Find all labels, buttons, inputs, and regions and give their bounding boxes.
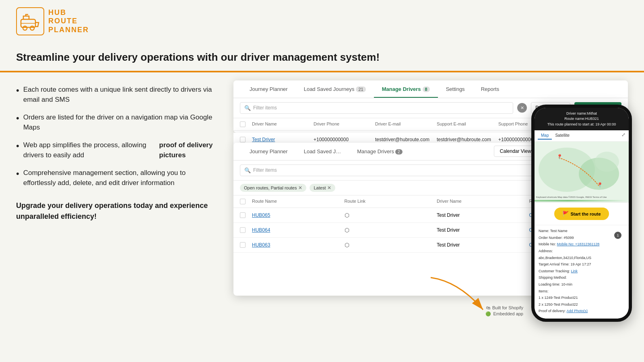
route-name-cell[interactable]: HUB064 bbox=[252, 227, 345, 233]
map-tab-satellite[interactable]: Satellite bbox=[552, 132, 573, 140]
map-visual: 📍 📍 Keyboard shortcuts Map data ©2023 Go… bbox=[535, 142, 629, 202]
filter-placeholder: Filter items bbox=[253, 105, 277, 111]
support-email-cell: testdriver@hubroute.com bbox=[437, 137, 498, 142]
map-tabs: Map Satellite ⤢ bbox=[535, 130, 629, 142]
filter-tag-latest[interactable]: Latest ✕ bbox=[310, 184, 335, 192]
remove-routes-tag[interactable]: ✕ bbox=[298, 185, 302, 191]
order-arrival: Target Arrival Time: 19 Apr 17:27 bbox=[539, 262, 625, 267]
order-loading: Loading time: 10-min bbox=[539, 282, 625, 287]
order-address: abc,Bradenton,34210,Florida,US bbox=[539, 255, 625, 261]
route-name-cell[interactable]: HUB065 bbox=[252, 212, 345, 218]
col-driver-name-2: Driver Name bbox=[437, 199, 529, 204]
phone-mockup: Driver name:Mithat Route name:HUB321 Thi… bbox=[531, 105, 632, 322]
driver-name-cell-2: Test Driver bbox=[437, 242, 529, 248]
svg-text:Keyboard shortcuts  Map data ©: Keyboard shortcuts Map data ©2023 Google… bbox=[536, 196, 607, 198]
col-driver-name: Driver Name bbox=[252, 121, 314, 127]
logo: HUB ROUTE PLANNER bbox=[16, 7, 89, 35]
order-item1: 1 x 1249-Test Product21 bbox=[539, 295, 625, 300]
tab-manage-drivers-2[interactable]: Manage Drivers2 bbox=[349, 143, 410, 160]
tab-saved-journeys-2[interactable]: Load Saved J… bbox=[296, 143, 349, 160]
phone-map: Map Satellite ⤢ bbox=[535, 130, 629, 203]
shopify-icon: 🛍 bbox=[486, 305, 490, 310]
col-driver-email: Driver E-mail bbox=[375, 121, 437, 127]
filter-placeholder-2: Filter items bbox=[253, 167, 277, 173]
phone-header-line3: This route planned to start at: 19 Apr 0… bbox=[539, 122, 625, 128]
col-support-email: Support E-mail bbox=[437, 121, 498, 127]
shopify-badge: 🛍 Built for Shopify 🟢 Embedded app bbox=[485, 305, 523, 318]
search-icon-2: 🔍 bbox=[244, 167, 251, 173]
tab-settings-1[interactable]: Settings bbox=[438, 80, 473, 98]
tab-reports-1[interactable]: Reports bbox=[473, 80, 508, 98]
driver-email-cell: testdriver@hubroute.com bbox=[375, 137, 437, 142]
tab-saved-journeys-1[interactable]: Load Saved Journeys21 bbox=[296, 80, 374, 98]
order-card-inner: 1 Name: Test Name Order Number: #5099 Mo… bbox=[539, 228, 625, 314]
order-proof: Proof of delivery: Add Photo(s) bbox=[539, 309, 625, 314]
start-route-button[interactable]: 🚩 Start the route bbox=[554, 208, 609, 220]
phone-header-line1: Driver name:Mithat bbox=[539, 111, 625, 117]
svg-point-1 bbox=[23, 26, 27, 30]
logo-icon bbox=[16, 7, 44, 35]
order-name: Name: Test Name bbox=[539, 228, 625, 234]
embedded-text: Embedded app bbox=[493, 311, 523, 316]
filter-tag-routes[interactable]: Open routes, Partial routes ✕ bbox=[240, 184, 306, 192]
content-area: Each route comes with a unique link sent… bbox=[0, 72, 644, 322]
order-tracking: Customer Tracking: Link bbox=[539, 269, 625, 274]
mobile-link[interactable]: Mobile No: +18312361128 bbox=[557, 242, 600, 246]
col-driver-phone: Driver Phone bbox=[314, 121, 375, 127]
order-number: Order Number: #5099 bbox=[539, 235, 625, 241]
driver-name-cell[interactable]: Test Driver bbox=[252, 137, 314, 142]
clear-button[interactable]: ✕ bbox=[517, 103, 527, 113]
right-column: Journey Planner Load Saved Journeys21 Ma… bbox=[233, 80, 628, 314]
order-mobile: Mobile No: Mobile No: +18312361128 bbox=[539, 242, 625, 247]
svg-text:📍: 📍 bbox=[597, 182, 603, 188]
tab-manage-drivers-1[interactable]: Manage Drivers8 bbox=[374, 80, 438, 98]
phone-screen: Driver name:Mithat Route name:HUB321 Thi… bbox=[535, 108, 629, 319]
search-icon: 🔍 bbox=[244, 105, 251, 111]
order-items-label: Items: bbox=[539, 289, 625, 294]
order-address-label: Address: bbox=[539, 249, 625, 254]
calendar-view-button[interactable]: Calendar View bbox=[494, 146, 537, 157]
feature-list: Each route comes with a unique link sent… bbox=[16, 84, 217, 188]
svg-point-7 bbox=[595, 152, 619, 172]
driver-phone-cell: +100000000000 bbox=[314, 137, 375, 142]
svg-point-2 bbox=[30, 26, 34, 30]
tab-journey-planner-2[interactable]: Journey Planner bbox=[242, 143, 296, 160]
list-item: Web app simplifies the process, allowing… bbox=[16, 140, 217, 160]
filter-input-1[interactable]: 🔍 Filter items bbox=[240, 102, 513, 114]
embedded-icon: 🟢 bbox=[485, 311, 491, 317]
col-route-name: Route Name bbox=[252, 199, 345, 204]
phone-header: Driver name:Mithat Route name:HUB321 Thi… bbox=[535, 108, 629, 131]
phone-header-line2: Route name:HUB321 bbox=[539, 116, 625, 122]
order-shipping: Shipping Method: bbox=[539, 275, 625, 280]
list-item: Orders are listed for the driver on a na… bbox=[16, 112, 217, 133]
list-item: Comprehensive management section, allowi… bbox=[16, 168, 217, 188]
route-name-cell[interactable]: HUB063 bbox=[252, 242, 345, 248]
bold-proof: proof of delivery pictures bbox=[159, 140, 217, 160]
route-link-cell[interactable]: ⬡ bbox=[345, 227, 437, 233]
svg-text:📍: 📍 bbox=[557, 154, 563, 160]
list-item: Each route comes with a unique link sent… bbox=[16, 84, 217, 105]
col-route-link: Route Link bbox=[345, 199, 437, 204]
tab-journey-planner-1[interactable]: Journey Planner bbox=[242, 80, 296, 98]
logo-text: HUB ROUTE PLANNER bbox=[48, 8, 89, 35]
shopify-text: Built for Shopify bbox=[492, 305, 523, 310]
header: HUB ROUTE PLANNER bbox=[0, 0, 644, 43]
remove-latest-tag[interactable]: ✕ bbox=[327, 185, 331, 191]
driver-name-cell-2: Test Driver bbox=[437, 212, 529, 218]
nav-tabs-1: Journey Planner Load Saved Journeys21 Ma… bbox=[233, 80, 628, 98]
left-column: Each route comes with a unique link sent… bbox=[16, 80, 217, 222]
driver-name-cell-2: Test Driver bbox=[437, 227, 529, 233]
tracking-link[interactable]: Link bbox=[571, 269, 578, 273]
order-card: 1 Name: Test Name Order Number: #5099 Mo… bbox=[535, 225, 629, 319]
add-photo-link[interactable]: Add Photo(s) bbox=[567, 309, 588, 313]
route-link-cell[interactable]: ⬡ bbox=[345, 242, 437, 248]
order-item2: 2 x 1250-Test Product22 bbox=[539, 302, 625, 307]
map-expand-icon[interactable]: ⤢ bbox=[621, 132, 625, 140]
cta-text: Upgrade your delivery operations today a… bbox=[16, 200, 217, 222]
route-link-cell[interactable]: ⬡ bbox=[345, 212, 437, 218]
map-tab-map[interactable]: Map bbox=[538, 132, 552, 140]
main-headline: Streamline your delivery operations with… bbox=[0, 43, 644, 71]
